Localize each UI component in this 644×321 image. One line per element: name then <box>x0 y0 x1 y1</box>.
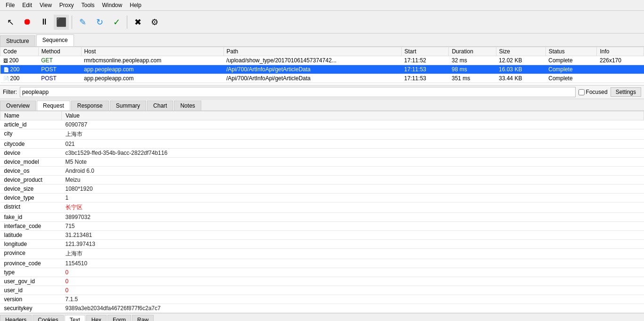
list-item: securitykey9389a3eb2034dfa46726f877f6c2a… <box>0 304 644 313</box>
tab-headers[interactable]: Headers <box>0 315 32 321</box>
list-item: device_modelM5 Note <box>0 158 644 167</box>
param-name: citycode <box>0 140 62 149</box>
cell-host: app.peopleapp.com <box>81 65 223 74</box>
param-value: 0 <box>62 268 644 277</box>
param-name: interface_code <box>0 222 62 231</box>
focused-label: Focused <box>586 89 608 95</box>
cell-start: 17:11:53 <box>401 65 449 74</box>
req-col-value: Value <box>62 111 644 120</box>
col-size: Size <box>496 47 545 56</box>
col-host: Host <box>81 47 223 56</box>
tools-button[interactable]: ✖ <box>130 15 145 30</box>
refresh-button[interactable]: ↻ <box>92 15 107 30</box>
check-button[interactable]: ✓ <box>109 15 124 30</box>
list-item: province上海市 <box>0 249 644 259</box>
list-item: article_id6090787 <box>0 120 644 129</box>
cell-size: 33.44 KB <box>496 74 545 83</box>
cell-path: /Api/700/ArtInfoApi/getArticleData <box>223 74 401 83</box>
tab-text[interactable]: Text <box>65 315 85 321</box>
tab-cookies[interactable]: Cookies <box>33 315 63 321</box>
table-row[interactable]: 📄200POSTapp.peopleapp.com/Api/700/ArtInf… <box>0 65 644 74</box>
tab-sequence[interactable]: Sequence <box>36 34 74 46</box>
tab-overview[interactable]: Overview <box>0 101 36 110</box>
tab-chart[interactable]: Chart <box>147 101 173 110</box>
param-value: 9389a3eb2034dfa46726f877f6c2a7c7 <box>62 304 644 313</box>
tab-structure[interactable]: Structure <box>0 35 35 46</box>
list-item: user_gov_id0 <box>0 277 644 286</box>
param-value: 7.1.5 <box>62 295 644 304</box>
menu-edit[interactable]: Edit <box>18 1 36 9</box>
param-value: 121.397413 <box>62 240 644 249</box>
list-item: device_osAndroid 6.0 <box>0 167 644 176</box>
param-name: fake_id <box>0 213 62 222</box>
param-value: 1154510 <box>62 259 644 268</box>
param-name: article_id <box>0 120 62 129</box>
cell-host: app.peopleapp.com <box>81 74 223 83</box>
tab-response[interactable]: Response <box>71 101 109 110</box>
bottom-tabs: Headers Cookies Text Hex Form Raw <box>0 313 644 321</box>
menu-help[interactable]: Help <box>126 1 145 9</box>
detail-tabs: Overview Request Response Summary Chart … <box>0 99 644 111</box>
gear-settings-button[interactable]: ⚙ <box>147 15 162 30</box>
tab-form[interactable]: Form <box>107 315 131 321</box>
filter-input[interactable] <box>20 87 576 97</box>
cell-info <box>597 65 644 74</box>
request-table: Name Value article_id6090787city上海市cityc… <box>0 111 644 313</box>
traffic-table-wrapper: Code Method Host Path Start Duration Siz… <box>0 47 644 85</box>
menu-proxy[interactable]: Proxy <box>56 1 78 9</box>
tab-hex[interactable]: Hex <box>86 315 107 321</box>
tab-raw[interactable]: Raw <box>132 315 154 321</box>
cell-path: /Api/700/ArtInfoApi/getArticleData <box>223 65 401 74</box>
param-value: 0 <box>62 286 644 295</box>
param-name: province <box>0 249 62 259</box>
list-item: latitude31.213481 <box>0 231 644 240</box>
cell-method: GET <box>38 56 81 65</box>
list-item: user_id0 <box>0 286 644 295</box>
cell-code: 📄200 <box>0 65 39 74</box>
pause-button[interactable]: ⏸ <box>37 15 52 30</box>
param-name: device_model <box>0 158 62 167</box>
request-table-wrapper: Name Value article_id6090787city上海市cityc… <box>0 111 644 313</box>
menu-view[interactable]: View <box>36 1 56 9</box>
menu-bar: File Edit View Proxy Tools Window Help <box>0 0 644 11</box>
cell-code: 🖼200 <box>0 56 39 65</box>
menu-window[interactable]: Window <box>99 1 126 9</box>
param-name: device_size <box>0 185 62 194</box>
param-name: user_id <box>0 286 62 295</box>
param-name: version <box>0 295 62 304</box>
param-value: 长宁区 <box>62 203 644 213</box>
param-value: 715 <box>62 222 644 231</box>
param-name: device <box>0 149 62 158</box>
param-value: 0 <box>62 277 644 286</box>
param-value: 6090787 <box>62 120 644 129</box>
list-item: version7.1.5 <box>0 295 644 304</box>
list-item: longitude121.397413 <box>0 240 644 249</box>
table-row[interactable]: 📄200POSTapp.peopleapp.com/Api/700/ArtInf… <box>0 74 644 83</box>
param-name: device_type <box>0 194 62 203</box>
list-item: device_size1080*1920 <box>0 185 644 194</box>
cursor-tool-btn[interactable]: ↖ <box>3 15 18 30</box>
menu-tools[interactable]: Tools <box>78 1 99 9</box>
cell-size: 12.02 KB <box>496 56 545 65</box>
stop-button[interactable]: ⬛ <box>54 15 69 30</box>
record-button[interactable]: ⏺ <box>20 15 35 30</box>
details-area: Overview Request Response Summary Chart … <box>0 99 644 321</box>
param-value: Android 6.0 <box>62 167 644 176</box>
tab-request[interactable]: Request <box>37 101 70 110</box>
menu-file[interactable]: File <box>2 1 18 9</box>
tab-notes[interactable]: Notes <box>174 101 201 110</box>
settings-button[interactable]: Settings <box>611 87 641 97</box>
focused-checkbox[interactable] <box>578 89 585 95</box>
filter-bar: Filter: Focused Settings <box>0 85 644 99</box>
list-item: province_code1154510 <box>0 259 644 268</box>
cell-size: 16.03 KB <box>496 65 545 74</box>
edit-button[interactable]: ✎ <box>75 15 90 30</box>
param-name: latitude <box>0 231 62 240</box>
param-value: 31.213481 <box>62 231 644 240</box>
cell-duration: 98 ms <box>449 65 496 74</box>
param-value: 上海市 <box>62 129 644 140</box>
list-item: device_productMeizu <box>0 176 644 185</box>
table-row[interactable]: 🖼200GETrmrbcmsonline.peopleapp.com/uploa… <box>0 56 644 65</box>
param-name: device_product <box>0 176 62 185</box>
tab-summary[interactable]: Summary <box>110 101 146 110</box>
